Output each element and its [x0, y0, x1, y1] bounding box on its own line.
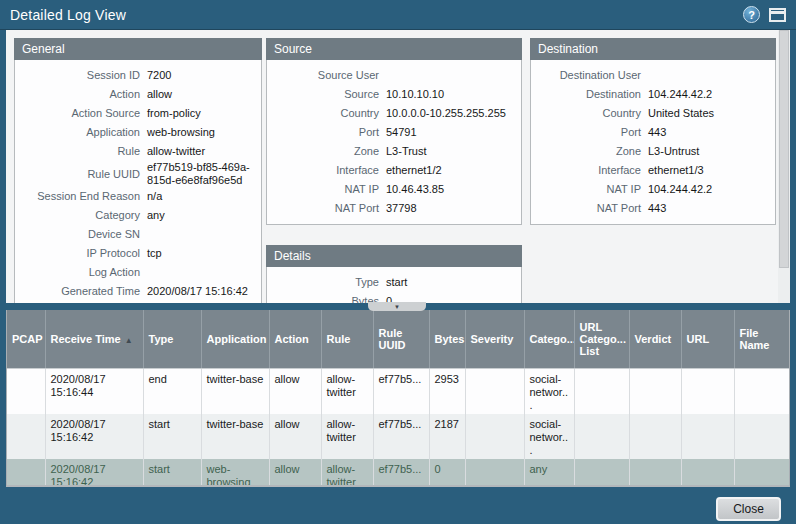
cell-bytes[interactable]: 2187 — [429, 414, 465, 459]
column-header-bytes[interactable]: Bytes — [429, 310, 465, 368]
table-row[interactable]: 2020/08/17 15:16:44 end twitter-base all… — [7, 368, 789, 414]
cell-url-category-list[interactable] — [574, 414, 629, 459]
field-value: n/a — [140, 190, 255, 203]
cell-type[interactable]: start — [143, 459, 201, 488]
table-row-selected[interactable]: 2020/08/17 15:16:42 start web-browsing a… — [7, 459, 789, 488]
cell-type[interactable]: start — [143, 414, 201, 459]
column-header-type[interactable]: Type — [143, 310, 201, 368]
column-header-verdict[interactable]: Verdict — [629, 310, 681, 368]
field-row: Destination104.244.42.2 — [531, 85, 769, 104]
column-header-action[interactable]: Action — [269, 310, 321, 368]
sort-ascending-icon: ▲ — [125, 336, 133, 345]
scrollbar-thumb[interactable] — [779, 30, 789, 268]
field-row: NAT Port37798 — [267, 199, 515, 218]
field-value: 443 — [641, 202, 769, 215]
cell-pcap[interactable] — [7, 414, 45, 459]
field-label: Log Action — [15, 266, 140, 279]
cell-rule-uuid[interactable]: ef77b5... — [373, 459, 429, 488]
cell-action[interactable]: allow — [269, 414, 321, 459]
cell-severity[interactable] — [465, 414, 524, 459]
cell-url[interactable] — [681, 414, 734, 459]
column-header-url-category-list[interactable]: URL Catego... List — [574, 310, 629, 368]
field-value: web-browsing — [140, 126, 255, 139]
column-header-application[interactable]: Application — [201, 310, 269, 368]
column-header-severity[interactable]: Severity — [465, 310, 524, 368]
cell-category[interactable]: social-networ... — [524, 414, 574, 459]
footer: Close — [0, 487, 796, 524]
cell-category[interactable]: any — [524, 459, 574, 488]
details-panel-body: Typestart Bytes0 — [266, 267, 522, 303]
field-label: NAT IP — [531, 183, 641, 196]
cell-application[interactable]: twitter-base — [201, 368, 269, 414]
cell-action[interactable]: allow — [269, 459, 321, 488]
cell-file-name[interactable] — [734, 414, 789, 459]
cell-url-category-list[interactable] — [574, 459, 629, 488]
field-row: Interfaceethernet1/3 — [531, 161, 769, 180]
field-value: 443 — [641, 126, 769, 139]
cell-verdict[interactable] — [629, 368, 681, 414]
field-value: start — [379, 276, 515, 289]
field-row: Actionallow — [15, 85, 255, 104]
close-button[interactable]: Close — [716, 497, 781, 521]
general-panel: General Session ID7200 Actionallow Actio… — [14, 38, 262, 303]
cell-verdict[interactable] — [629, 414, 681, 459]
cell-url[interactable] — [681, 368, 734, 414]
cell-type[interactable]: end — [143, 368, 201, 414]
cell-pcap[interactable] — [7, 459, 45, 488]
field-label: Interface — [531, 164, 641, 177]
field-row: NAT Port443 — [531, 199, 769, 218]
field-label: Session End Reason — [15, 190, 140, 203]
field-row: Port54791 — [267, 123, 515, 142]
field-label: Destination User — [531, 69, 641, 82]
cell-rule-uuid[interactable]: ef77b5... — [373, 414, 429, 459]
cell-receive-time[interactable]: 2020/08/17 15:16:44 — [45, 368, 143, 414]
column-header-rule[interactable]: Rule — [321, 310, 373, 368]
field-label: Bytes — [267, 295, 379, 303]
cell-severity[interactable] — [465, 368, 524, 414]
cell-url-category-list[interactable] — [574, 368, 629, 414]
column-header-rule-uuid[interactable]: Rule UUID — [373, 310, 429, 368]
column-header-file-name[interactable]: File Name — [734, 310, 789, 368]
cell-application[interactable]: twitter-base — [201, 414, 269, 459]
cell-rule-uuid[interactable]: ef77b5... — [373, 368, 429, 414]
field-label: Country — [267, 107, 379, 120]
cell-receive-time[interactable]: 2020/08/17 15:16:42 — [45, 459, 143, 488]
cell-category[interactable]: social-networ... — [524, 368, 574, 414]
column-header-category[interactable]: Catego... — [524, 310, 574, 368]
cell-receive-time[interactable]: 2020/08/17 15:16:42 — [45, 414, 143, 459]
field-label: Destination — [531, 88, 641, 101]
cell-url[interactable] — [681, 459, 734, 488]
cell-bytes[interactable]: 2953 — [429, 368, 465, 414]
cell-rule[interactable]: allow-twitter — [321, 368, 373, 414]
column-header-pcap[interactable]: PCAP — [7, 310, 45, 368]
table-row[interactable]: 2020/08/17 15:16:42 start twitter-base a… — [7, 414, 789, 459]
cell-severity[interactable] — [465, 459, 524, 488]
field-label: Action Source — [15, 107, 140, 120]
field-value: allow-twitter — [140, 145, 255, 158]
window-icon[interactable] — [769, 8, 786, 22]
help-icon[interactable]: ? — [743, 6, 760, 23]
cell-rule[interactable]: allow-twitter — [321, 459, 373, 488]
cell-rule[interactable]: allow-twitter — [321, 414, 373, 459]
vertical-scrollbar[interactable] — [778, 30, 790, 303]
field-label: NAT IP — [267, 183, 379, 196]
field-label: Source User — [267, 69, 379, 82]
table-header-row: PCAP Receive Time▲ Type Application Acti… — [7, 310, 789, 368]
field-value: 10.46.43.85 — [379, 183, 515, 196]
column-header-receive-time[interactable]: Receive Time▲ — [45, 310, 143, 368]
field-value: from-policy — [140, 107, 255, 120]
column-header-url[interactable]: URL — [681, 310, 734, 368]
field-label: Port — [267, 126, 379, 139]
cell-file-name[interactable] — [734, 368, 789, 414]
splitter-collapse-handle[interactable]: ▼ — [368, 302, 426, 311]
cell-bytes[interactable]: 0 — [429, 459, 465, 488]
cell-verdict[interactable] — [629, 459, 681, 488]
field-label: IP Protocol — [15, 247, 140, 260]
field-value: 2020/08/17 15:16:42 — [140, 285, 255, 298]
general-panel-body: Session ID7200 Actionallow Action Source… — [14, 60, 262, 303]
collapse-arrow-icon: ▼ — [394, 304, 400, 310]
cell-file-name[interactable] — [734, 459, 789, 488]
cell-pcap[interactable] — [7, 368, 45, 414]
cell-application[interactable]: web-browsing — [201, 459, 269, 488]
cell-action[interactable]: allow — [269, 368, 321, 414]
